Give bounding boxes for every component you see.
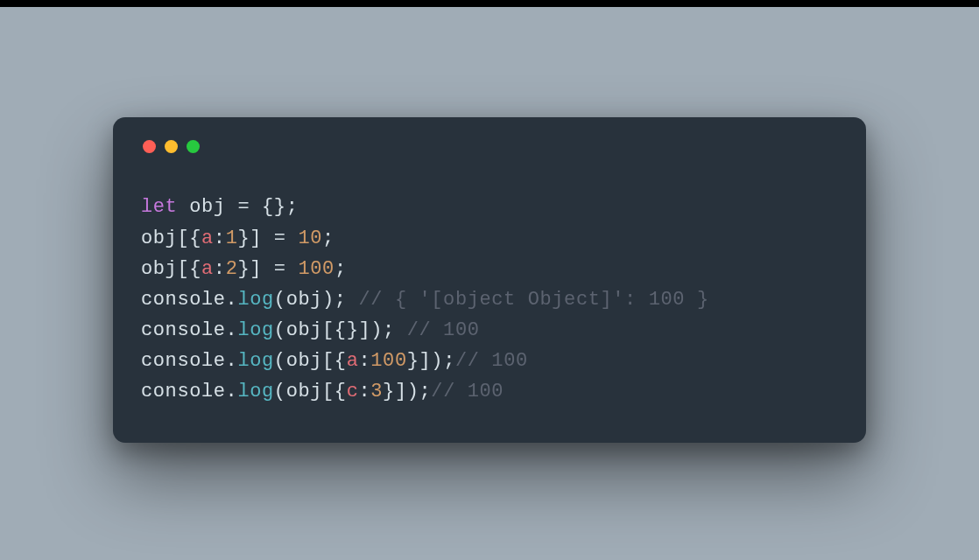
code-line-1: let obj = {};	[141, 196, 298, 218]
comment: // 100	[431, 381, 504, 402]
prop-a: a	[201, 228, 214, 249]
code-line-5: console.log(obj[{}]); // 100	[141, 319, 480, 341]
code-line-3: obj[{a:2}] = 100;	[141, 258, 347, 280]
code-line-2: obj[{a:1}] = 10;	[141, 228, 335, 249]
code-line-4: console.log(obj); // { '[object Object]'…	[141, 289, 709, 311]
comment: // 100	[455, 350, 528, 372]
minimize-icon[interactable]	[165, 140, 178, 153]
number-1: 1	[226, 228, 238, 249]
prop-c: c	[347, 381, 359, 402]
prop-a: a	[201, 258, 214, 280]
stage: let obj = {}; obj[{a:1}] = 10; obj[{a:2}…	[0, 0, 979, 560]
code-line-6: console.log(obj[{a:100}]);// 100	[141, 350, 528, 372]
number-3: 3	[370, 381, 383, 402]
code-window: let obj = {}; obj[{a:1}] = 10; obj[{a:2}…	[113, 117, 866, 442]
zoom-icon[interactable]	[187, 140, 200, 153]
prop-a: a	[347, 350, 359, 372]
func-log: log	[237, 289, 273, 311]
number-2: 2	[226, 258, 238, 280]
number-100: 100	[298, 258, 334, 280]
func-log: log	[237, 319, 273, 341]
number-10: 10	[298, 228, 322, 249]
func-log: log	[237, 350, 273, 372]
page-top-bar	[0, 0, 979, 7]
code-block: let obj = {}; obj[{a:1}] = 10; obj[{a:2}…	[141, 192, 838, 407]
func-log: log	[237, 381, 273, 402]
close-icon[interactable]	[143, 140, 156, 153]
comment: // { '[object Object]': 100 }	[358, 289, 708, 311]
number-100: 100	[370, 350, 406, 372]
keyword-let: let	[141, 196, 177, 218]
identifier-obj: obj	[189, 196, 225, 218]
comment: // 100	[407, 319, 480, 341]
code-line-7: console.log(obj[{c:3}]);// 100	[141, 381, 504, 402]
window-controls	[143, 140, 838, 153]
